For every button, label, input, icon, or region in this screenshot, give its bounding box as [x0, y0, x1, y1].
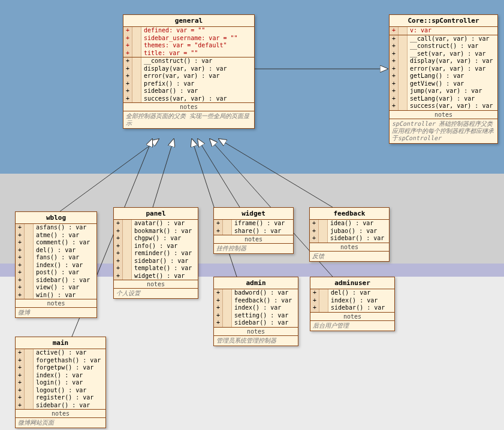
signature-cell: sidebar_username: var = ""	[141, 35, 240, 43]
member-row: +idea() : var	[310, 220, 389, 228]
notes-body: 后台用户管理	[310, 321, 394, 331]
signature-cell: post() : var	[34, 269, 82, 277]
spacer-cell	[319, 289, 328, 297]
notes-header: notes	[390, 111, 497, 119]
visibility-cell: +	[390, 95, 399, 103]
spacer-cell	[132, 87, 141, 95]
visibility-cell: +	[310, 289, 319, 297]
signature-cell: widget() : var	[132, 272, 187, 280]
member-row: +sidebar() : var	[214, 319, 298, 327]
member-row: +login() : var	[16, 379, 105, 387]
signature-cell: themes: var = "default"	[141, 42, 229, 50]
visibility-cell: +	[123, 80, 132, 88]
visibility-cell: +	[16, 284, 25, 292]
signature-cell: v: var	[408, 27, 434, 35]
visibility-cell: +	[310, 304, 319, 312]
visibility-cell: +	[16, 387, 25, 395]
visibility-cell: +	[310, 235, 319, 243]
spacer-cell	[25, 349, 34, 357]
spacer-cell	[123, 250, 132, 258]
member-row: +v: var	[390, 27, 497, 35]
signature-cell: index() : var	[34, 372, 85, 380]
member-row: +bookmark() : var	[114, 228, 198, 235]
visibility-cell: +	[114, 235, 123, 243]
spacer-cell	[25, 364, 34, 372]
signature-cell: reminder() : var	[132, 250, 194, 258]
signature-cell: success(var, var) : var	[141, 95, 229, 103]
spacer-cell	[399, 80, 408, 88]
notes-body: spController 基础控制器程序父类 应用程序中的每个控制器程序都应继承…	[390, 119, 497, 143]
notes-body: 微博网站页面	[16, 418, 105, 428]
notes-header: notes	[16, 410, 105, 418]
spacer-cell	[223, 220, 232, 228]
member-row: +defined: var = ""	[123, 27, 254, 35]
visibility-cell: +	[390, 43, 399, 50]
member-row: +fans() : var	[16, 254, 96, 262]
member-row: +template() : var	[114, 265, 198, 272]
visibility-cell: +	[390, 35, 399, 43]
signature-cell: login() : var	[34, 379, 85, 387]
spacer-cell	[132, 95, 141, 103]
visibility-cell: +	[16, 262, 25, 269]
spacer-cell	[399, 57, 408, 65]
member-row: +sidebar() : var	[16, 402, 105, 410]
spacer-cell	[25, 372, 34, 380]
signature-cell: active() : var	[34, 349, 89, 357]
member-row: +sidebar() : var	[114, 258, 198, 265]
visibility-cell: +	[16, 364, 25, 372]
member-row: +index() : var	[16, 262, 96, 269]
notes-header: notes	[123, 103, 254, 111]
visibility-cell: +	[123, 50, 132, 57]
visibility-cell: +	[114, 272, 123, 280]
visibility-cell: +	[16, 247, 25, 255]
spacer-cell	[25, 269, 34, 277]
class-core: Core::spController+v: var+__call(var, va…	[389, 14, 498, 144]
visibility-cell: +	[123, 27, 132, 35]
signature-cell: setting() : var	[232, 312, 291, 320]
spacer-cell	[123, 235, 132, 243]
operations-section: +__construct() : var+display(var, var) :…	[123, 57, 254, 103]
signature-cell: fans() : var	[34, 254, 82, 262]
visibility-cell: +	[16, 349, 25, 357]
spacer-cell	[25, 232, 34, 240]
operations-section: +del() : var+index() : var+sidebar() : v…	[310, 289, 394, 313]
class-general: general+defined: var = ""+sidebar_userna…	[123, 14, 255, 129]
signature-cell: del() : var	[34, 247, 78, 255]
spacer-cell	[399, 65, 408, 73]
visibility-cell: +	[114, 220, 123, 228]
spacer-cell	[123, 220, 132, 228]
spacer-cell	[132, 65, 141, 73]
visibility-cell: +	[214, 297, 223, 305]
member-row: +share() : var	[214, 228, 293, 235]
signature-cell: setLang(var) : var	[408, 95, 477, 103]
spacer-cell	[223, 289, 232, 297]
member-row: +success(var, var) : var	[390, 102, 497, 110]
class-feedback: feedback+idea() : var+jubao() : var+side…	[309, 207, 390, 262]
visibility-cell: +	[123, 87, 132, 95]
visibility-cell: +	[16, 379, 25, 387]
visibility-cell: +	[214, 319, 223, 327]
visibility-cell: +	[114, 243, 123, 250]
member-row: +getLang() : var	[390, 72, 497, 80]
spacer-cell	[132, 57, 141, 65]
signature-cell: jubao() : var	[328, 228, 379, 235]
class-title: feedback	[310, 208, 389, 220]
operations-section: +avatar() : var+bookmark() : var+chgpw()…	[114, 220, 198, 280]
spacer-cell	[25, 394, 34, 402]
signature-cell: iframe() : var	[232, 220, 287, 228]
spacer-cell	[132, 50, 141, 57]
visibility-cell: +	[123, 42, 132, 50]
class-panel: panel+avatar() : var+bookmark() : var+ch…	[113, 207, 198, 299]
signature-cell: sidebar() : var	[232, 319, 291, 327]
visibility-cell: +	[390, 102, 399, 110]
spacer-cell	[399, 50, 408, 58]
visibility-cell: +	[390, 27, 399, 35]
notes-header: notes	[310, 313, 394, 321]
spacer-cell	[319, 297, 328, 305]
signature-cell: sidebar() : var	[132, 258, 191, 265]
member-row: +prefix() : var	[123, 80, 254, 88]
class-title: general	[123, 15, 254, 27]
notes-body: 反馈	[310, 252, 389, 261]
signature-cell: idea() : var	[328, 220, 376, 228]
member-row: +view() : var	[16, 284, 96, 292]
